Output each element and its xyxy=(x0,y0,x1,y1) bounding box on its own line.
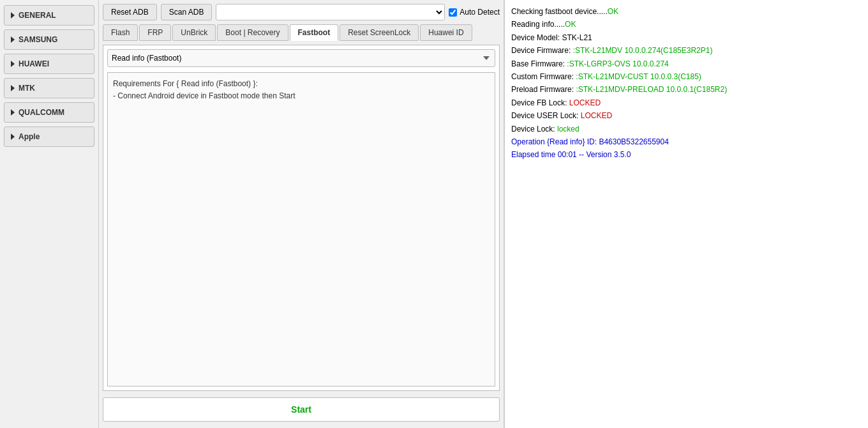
log-text-part: Device Lock: xyxy=(511,125,557,134)
sidebar-item-apple[interactable]: Apple xyxy=(4,126,94,147)
mtk-arrow-icon xyxy=(11,85,15,91)
content-panel: Read info (Fastboot)Unlock BootloaderLoc… xyxy=(103,45,500,391)
log-text-part: Device Firmware: xyxy=(511,46,573,55)
auto-detect-label: Auto Detect xyxy=(460,8,500,17)
tab-boot-recovery[interactable]: Boot | Recovery xyxy=(217,24,288,41)
start-button-wrap: Start xyxy=(103,395,500,424)
log-text-part: Operation {Read info} ID: B4630B53226559… xyxy=(511,137,669,146)
log-text-part: OK xyxy=(608,7,618,16)
log-text-part: :STK-L21MDV-PRELOAD 10.0.0.1(C185R2) xyxy=(576,85,727,94)
apple-arrow-icon xyxy=(11,134,15,140)
start-button[interactable]: Start xyxy=(103,397,500,422)
operation-dropdown[interactable]: Read info (Fastboot)Unlock BootloaderLoc… xyxy=(107,49,495,67)
tab-reset-screenlock[interactable]: Reset ScreenLock xyxy=(340,24,419,41)
sidebar: GENERALSAMSUNGHUAWEIMTKQUALCOMMApple xyxy=(0,0,99,428)
sidebar-item-general[interactable]: GENERAL xyxy=(4,5,94,26)
log-panel: Checking fastboot device.....OKReading i… xyxy=(504,0,868,428)
log-line-9: Device Lock: locked xyxy=(511,123,862,135)
log-line-4: Base Firmware: :STK-LGRP3-OVS 10.0.0.274 xyxy=(511,57,862,70)
log-line-10: Operation {Read info} ID: B4630B53226559… xyxy=(511,135,862,148)
sidebar-item-label-apple: Apple xyxy=(19,132,40,141)
log-text-part: locked xyxy=(557,125,580,134)
sidebar-item-samsung[interactable]: SAMSUNG xyxy=(4,29,94,50)
log-text-part: :STK-LGRP3-OVS 10.0.0.274 xyxy=(567,59,668,68)
sidebar-item-label-mtk: MTK xyxy=(19,84,35,93)
port-dropdown[interactable] xyxy=(216,4,445,20)
log-text-part: Preload Firmware: xyxy=(511,85,576,94)
samsung-arrow-icon xyxy=(11,36,15,43)
main-panel: Reset ADB Scan ADB Auto Detect FlashFRPU… xyxy=(99,0,504,428)
sidebar-item-mtk[interactable]: MTK xyxy=(4,78,94,98)
log-text-part: Device Model: xyxy=(511,33,562,42)
log-text-part: OK xyxy=(565,20,576,29)
log-text-part: Checking fastboot device..... xyxy=(511,7,608,16)
log-text-part: Device USER Lock: xyxy=(511,111,581,120)
sidebar-item-qualcomm[interactable]: QUALCOMM xyxy=(4,102,94,123)
qualcomm-arrow-icon xyxy=(11,109,15,116)
general-arrow-icon xyxy=(11,12,15,19)
sidebar-item-huawei[interactable]: HUAWEI xyxy=(4,54,94,74)
log-line-2: Device Model: STK-L21 xyxy=(511,31,862,44)
topbar: Reset ADB Scan ADB Auto Detect xyxy=(103,4,500,20)
sidebar-item-label-huawei: HUAWEI xyxy=(19,59,49,68)
huawei-arrow-icon xyxy=(11,61,15,67)
tab-unbrick[interactable]: UnBrick xyxy=(172,24,216,41)
auto-detect-checkbox[interactable] xyxy=(449,8,457,17)
log-text-part: Elapsed time 00:01 -- Version 3.5.0 xyxy=(511,150,631,159)
log-line-6: Preload Firmware: :STK-L21MDV-PRELOAD 10… xyxy=(511,83,862,96)
log-line-1: Reading info.....OK xyxy=(511,18,862,31)
requirements-step: - Connect Android device in Fastboot mod… xyxy=(113,90,490,102)
log-text-part: :STK-L21MDV 10.0.0.274(C185E3R2P1) xyxy=(573,46,713,55)
log-line-3: Device Firmware: :STK-L21MDV 10.0.0.274(… xyxy=(511,44,862,57)
sidebar-item-label-samsung: SAMSUNG xyxy=(19,35,57,44)
reset-adb-button[interactable]: Reset ADB xyxy=(103,4,157,20)
requirements-box: Requirements For { Read info (Fastboot) … xyxy=(107,72,495,386)
log-text-part: Custom Firmware: xyxy=(511,72,576,81)
log-line-7: Device FB Lock: LOCKED xyxy=(511,96,862,109)
tab-flash[interactable]: Flash xyxy=(103,24,138,41)
tab-huawei-id[interactable]: Huawei ID xyxy=(420,24,472,41)
sidebar-item-label-qualcomm: QUALCOMM xyxy=(19,108,64,117)
tabs-bar: FlashFRPUnBrickBoot | RecoveryFastbootRe… xyxy=(103,24,500,41)
log-text-part: Device FB Lock: xyxy=(511,98,569,107)
log-text-part: LOCKED xyxy=(581,111,612,120)
log-text-part: :STK-L21MDV-CUST 10.0.0.3(C185) xyxy=(576,72,701,81)
log-text-part: LOCKED xyxy=(569,98,601,107)
log-text-part: Base Firmware: xyxy=(511,59,567,68)
log-text-part: Reading info..... xyxy=(511,20,565,29)
scan-adb-button[interactable]: Scan ADB xyxy=(161,4,213,20)
tab-fastboot[interactable]: Fastboot xyxy=(290,24,339,41)
tab-frp[interactable]: FRP xyxy=(139,24,171,41)
sidebar-item-label-general: GENERAL xyxy=(19,11,56,20)
log-line-8: Device USER Lock: LOCKED xyxy=(511,109,862,122)
log-line-5: Custom Firmware: :STK-L21MDV-CUST 10.0.0… xyxy=(511,70,862,83)
log-line-0: Checking fastboot device.....OK xyxy=(511,5,862,18)
requirements-title: Requirements For { Read info (Fastboot) … xyxy=(113,78,490,90)
log-text-part: STK-L21 xyxy=(562,33,592,42)
log-line-11: Elapsed time 00:01 -- Version 3.5.0 xyxy=(511,148,862,161)
auto-detect-wrap: Auto Detect xyxy=(449,8,500,17)
